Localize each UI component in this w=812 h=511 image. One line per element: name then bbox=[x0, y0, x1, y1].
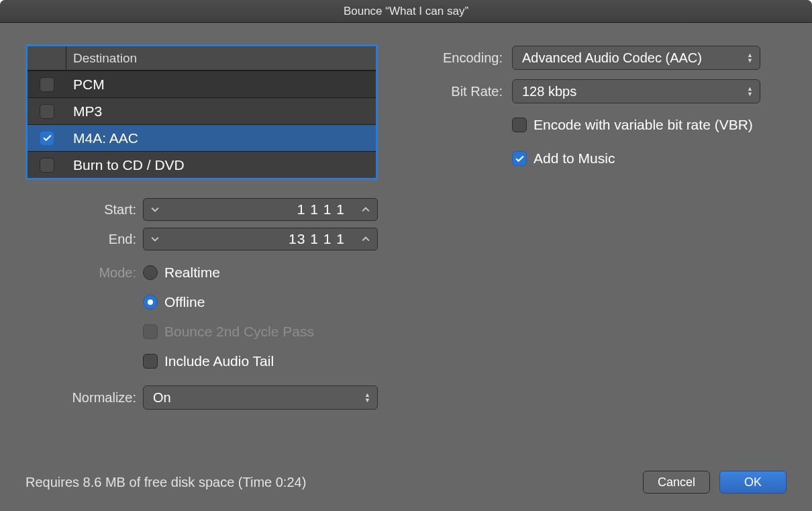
destination-row-mp3[interactable]: MP3 bbox=[28, 97, 376, 124]
add-to-music-label: Add to Music bbox=[534, 150, 615, 167]
mode-offline-radio[interactable] bbox=[143, 295, 158, 310]
destination-row-pcm[interactable]: PCM bbox=[28, 71, 376, 97]
status-text: Requires 8.6 MB of free disk space (Time… bbox=[26, 475, 633, 490]
second-pass-label: Bounce 2nd Cycle Pass bbox=[164, 324, 314, 340]
destination-label-pcm: PCM bbox=[66, 77, 105, 93]
destination-label-mp3: MP3 bbox=[66, 103, 102, 120]
encoding-label: Encoding: bbox=[432, 50, 512, 66]
checkmark-icon bbox=[42, 133, 52, 143]
encoding-popup[interactable]: Advanced Audio Codec (AAC) ▲▼ bbox=[512, 46, 760, 70]
destination-checkbox-m4a[interactable] bbox=[40, 131, 54, 146]
end-increment[interactable] bbox=[354, 228, 377, 250]
destination-label-m4a: M4A: AAC bbox=[66, 130, 138, 146]
normalize-popup[interactable]: On ▲▼ bbox=[143, 385, 378, 410]
destination-header: Destination bbox=[28, 46, 376, 71]
titlebar: Bounce “What I can say” bbox=[0, 0, 812, 23]
start-decrement[interactable] bbox=[144, 199, 166, 220]
vbr-label: Encode with variable bit rate (VBR) bbox=[534, 117, 753, 133]
end-stepper[interactable]: 13 1 1 1 bbox=[143, 228, 378, 250]
destination-header-label: Destination bbox=[66, 51, 137, 66]
mode-label: Mode: bbox=[26, 265, 143, 281]
end-value[interactable]: 13 1 1 1 bbox=[166, 231, 354, 247]
start-label: Start: bbox=[26, 202, 143, 218]
window-title: Bounce “What I can say” bbox=[344, 5, 468, 18]
normalize-label: Normalize: bbox=[26, 390, 143, 406]
updown-icon: ▲▼ bbox=[747, 53, 753, 63]
end-decrement[interactable] bbox=[144, 228, 166, 250]
mode-realtime-radio[interactable] bbox=[143, 265, 158, 280]
include-tail-checkbox[interactable] bbox=[143, 354, 158, 369]
normalize-value: On bbox=[153, 390, 364, 406]
destination-checkbox-mp3[interactable] bbox=[40, 104, 54, 119]
bounce-dialog: Bounce “What I can say” Destination PCM bbox=[0, 0, 812, 511]
mode-offline-label: Offline bbox=[164, 294, 205, 310]
start-increment[interactable] bbox=[354, 199, 377, 220]
updown-icon: ▲▼ bbox=[364, 393, 370, 403]
destination-row-burn[interactable]: Burn to CD / DVD bbox=[28, 151, 376, 178]
cancel-button[interactable]: Cancel bbox=[643, 471, 710, 494]
dialog-footer: Requires 8.6 MB of free disk space (Time… bbox=[26, 471, 786, 494]
second-pass-checkbox bbox=[143, 324, 158, 339]
vbr-checkbox[interactable] bbox=[512, 118, 527, 132]
start-stepper[interactable]: 1 1 1 1 bbox=[143, 198, 378, 221]
start-value[interactable]: 1 1 1 1 bbox=[166, 201, 354, 218]
dialog-content: Destination PCM MP3 bbox=[0, 23, 812, 511]
ok-button[interactable]: OK bbox=[719, 471, 786, 494]
mode-realtime-label: Realtime bbox=[164, 265, 220, 281]
updown-icon: ▲▼ bbox=[747, 87, 753, 97]
destination-checkbox-pcm[interactable] bbox=[40, 77, 54, 92]
include-tail-label: Include Audio Tail bbox=[164, 353, 274, 369]
destination-row-m4a[interactable]: M4A: AAC bbox=[28, 124, 376, 151]
destination-label-burn: Burn to CD / DVD bbox=[66, 157, 185, 173]
end-label: End: bbox=[26, 232, 143, 247]
encoding-value: Advanced Audio Codec (AAC) bbox=[522, 50, 747, 66]
bitrate-label: Bit Rate: bbox=[432, 84, 512, 99]
add-to-music-checkbox[interactable] bbox=[512, 151, 527, 166]
checkmark-icon bbox=[515, 154, 525, 164]
destination-table[interactable]: Destination PCM MP3 bbox=[26, 44, 378, 180]
bitrate-popup[interactable]: 128 kbps ▲▼ bbox=[512, 79, 760, 103]
bitrate-value: 128 kbps bbox=[522, 84, 747, 99]
destination-checkbox-burn[interactable] bbox=[40, 158, 54, 173]
